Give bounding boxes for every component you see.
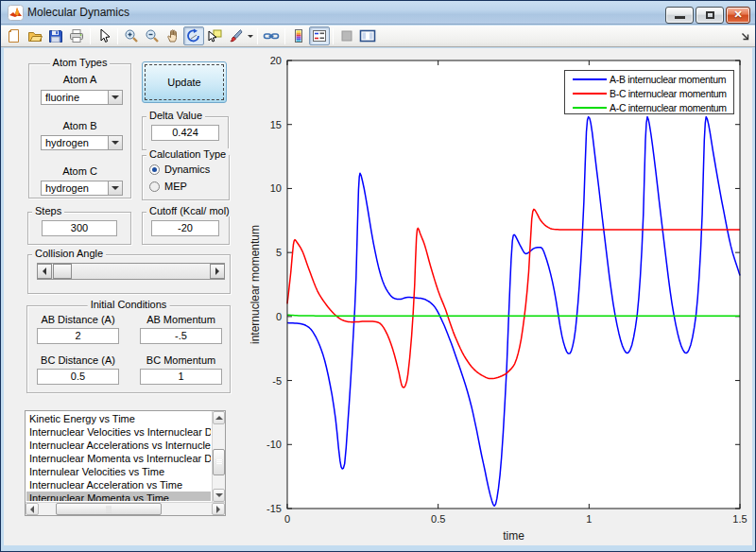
zoom-in-button[interactable] bbox=[121, 26, 142, 45]
grip-icon bbox=[107, 506, 112, 512]
legend-line-blue bbox=[573, 78, 607, 80]
plot-axes: 00.511.5-15-10-505101520timeinternuclear… bbox=[237, 48, 756, 546]
grip-icon bbox=[215, 459, 222, 465]
radio-selected-icon bbox=[149, 164, 160, 175]
horizontal-scrollbar[interactable] bbox=[26, 502, 225, 515]
list-item[interactable]: Internuclear Momenta vs Internuclear Dis… bbox=[26, 452, 211, 465]
list-item[interactable]: Internuclear Velocities vs Internuclear … bbox=[26, 425, 211, 439]
radio-unselected-icon bbox=[149, 181, 160, 192]
toolbar-separator bbox=[117, 28, 118, 44]
minimize-button[interactable] bbox=[665, 7, 694, 24]
listbox-items: Kinetic Energy vs TimeInternuclear Veloc… bbox=[26, 412, 211, 501]
y-tick-label: 10 bbox=[270, 182, 282, 194]
list-item[interactable]: Internuclear Momenta vs Time bbox=[26, 492, 211, 501]
zoom-out-icon bbox=[145, 28, 160, 43]
atom-b-dropdown[interactable]: hydrogen bbox=[41, 135, 123, 150]
delta-value-field[interactable]: 0.424 bbox=[151, 125, 219, 141]
radio-mep[interactable]: MEP bbox=[149, 181, 187, 192]
open-file-button[interactable] bbox=[25, 26, 45, 45]
vertical-scrollbar[interactable] bbox=[212, 411, 225, 502]
slider-right-arrow[interactable] bbox=[210, 264, 225, 279]
atom-a-dropdown[interactable]: fluorine bbox=[41, 90, 123, 105]
collision-angle-slider[interactable] bbox=[37, 263, 225, 280]
atom-b-value: hydrogen bbox=[45, 137, 89, 148]
ab-momentum-field[interactable]: -.5 bbox=[140, 328, 222, 344]
toolbar-overflow-icon[interactable] bbox=[741, 32, 749, 41]
toolbar-separator bbox=[90, 28, 91, 44]
hide-plot-tools-button[interactable] bbox=[336, 26, 357, 45]
scroll-up-button[interactable] bbox=[213, 411, 225, 424]
hscroll-thumb[interactable] bbox=[56, 503, 162, 515]
initial-conditions-title: Initial Conditions bbox=[88, 299, 170, 310]
legend-entry: A-C internuclear momentum bbox=[565, 100, 733, 114]
scroll-right-button[interactable] bbox=[212, 503, 225, 515]
insert-legend-button[interactable] bbox=[309, 26, 330, 45]
atom-b-label: Atom B bbox=[28, 120, 131, 131]
y-tick-label: 0 bbox=[276, 311, 282, 322]
insert-colorbar-button[interactable] bbox=[288, 26, 309, 45]
triangle-left-icon bbox=[43, 267, 46, 275]
ab-distance-field[interactable]: 2 bbox=[37, 328, 119, 344]
cutoff-field[interactable]: -20 bbox=[151, 220, 219, 236]
legend-label: B-C internuclear momentum bbox=[610, 88, 727, 99]
list-item[interactable]: Kinetic Energy vs Time bbox=[26, 412, 211, 425]
rotate-3d-button[interactable] bbox=[183, 26, 204, 45]
slider-left-arrow[interactable] bbox=[37, 264, 52, 279]
data-cursor-button[interactable] bbox=[204, 26, 225, 45]
brush-data-button[interactable] bbox=[225, 26, 246, 45]
show-plot-tools-dock-button[interactable] bbox=[357, 26, 378, 45]
steps-field[interactable]: 300 bbox=[42, 220, 117, 236]
atom-c-dropdown-button[interactable] bbox=[108, 181, 122, 195]
window-title: Molecular Dynamics bbox=[27, 6, 129, 19]
triangle-down-icon bbox=[215, 493, 223, 497]
bc-distance-field[interactable]: 0.5 bbox=[37, 369, 119, 385]
scroll-down-button[interactable] bbox=[213, 489, 225, 502]
zoom-out-button[interactable] bbox=[142, 26, 163, 45]
list-item[interactable]: Internuclear Accelerations vs Internucle… bbox=[26, 439, 211, 452]
link-plot-button[interactable] bbox=[261, 26, 282, 45]
vscroll-thumb[interactable] bbox=[213, 449, 225, 475]
plot-type-listbox[interactable]: Kinetic Energy vs TimeInternuclear Veloc… bbox=[25, 410, 226, 516]
new-figure-button[interactable] bbox=[4, 26, 25, 45]
list-item[interactable]: Internulear Velocities vs Time bbox=[26, 465, 211, 478]
pan-button[interactable] bbox=[163, 26, 183, 45]
x-tick-label: 0 bbox=[284, 513, 290, 525]
y-tick-label: 5 bbox=[276, 247, 282, 258]
atom-b-dropdown-button[interactable] bbox=[108, 136, 122, 149]
y-tick-label: -10 bbox=[266, 439, 282, 450]
print-figure-button[interactable] bbox=[66, 26, 87, 45]
atom-c-dropdown[interactable]: hydrogen bbox=[41, 181, 123, 196]
atom-a-dropdown-button[interactable] bbox=[108, 91, 122, 104]
new-figure-icon bbox=[7, 28, 22, 43]
close-button[interactable]: ✕ bbox=[726, 7, 750, 24]
legend-entry: A-B internuclear momentum bbox=[565, 72, 733, 86]
x-axis-label: time bbox=[503, 529, 524, 543]
pan-icon bbox=[165, 28, 180, 43]
update-button[interactable]: Update bbox=[142, 61, 227, 103]
steps-title: Steps bbox=[32, 205, 64, 216]
slider-thumb[interactable] bbox=[53, 264, 72, 279]
ab-momentum-label: AB Momentum bbox=[140, 314, 222, 325]
chevron-down-icon bbox=[112, 95, 119, 99]
list-item[interactable]: Internuclear Acceleration vs Time bbox=[26, 478, 211, 492]
triangle-up-icon bbox=[215, 416, 223, 420]
maximize-button[interactable] bbox=[696, 7, 724, 24]
radio-dynamics[interactable]: Dynamics bbox=[149, 164, 210, 175]
y-axis-label: internuclear momentum bbox=[249, 225, 262, 344]
print-figure-icon bbox=[69, 28, 84, 43]
chevron-down-icon bbox=[112, 186, 119, 190]
y-tick-label: -5 bbox=[272, 375, 282, 387]
open-file-icon bbox=[27, 28, 43, 43]
scroll-left-button[interactable] bbox=[26, 503, 39, 515]
brush-dropdown-button[interactable] bbox=[246, 26, 254, 45]
figure-area: Atom Types Atom A fluorine Atom B hydrog… bbox=[4, 48, 752, 545]
save-figure-icon bbox=[48, 28, 63, 43]
atom-a-value: fluorine bbox=[45, 92, 79, 103]
mep-label: MEP bbox=[164, 181, 187, 192]
save-figure-button[interactable] bbox=[45, 26, 66, 45]
bc-momentum-field[interactable]: 1 bbox=[140, 369, 222, 385]
data-cursor-icon bbox=[207, 28, 222, 43]
plot-legend: A-B internuclear momentum B-C internucle… bbox=[564, 70, 734, 114]
edit-plot-button[interactable] bbox=[94, 26, 114, 45]
atom-a-label: Atom A bbox=[28, 74, 131, 85]
